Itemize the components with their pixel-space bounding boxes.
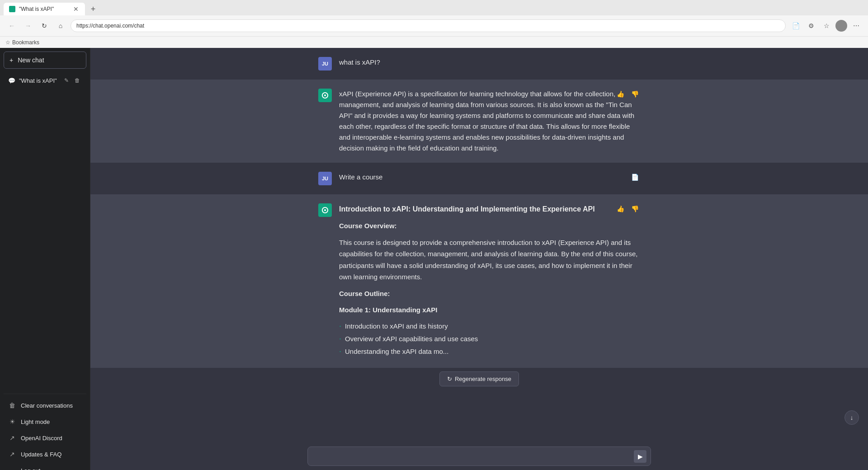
- user-initials: JU: [322, 61, 328, 66]
- logout-icon: →: [8, 467, 16, 470]
- extensions-icon[interactable]: ⚙: [805, 19, 817, 32]
- sidebar-bottom: 🗑 Clear conversations ☀ Light mode ↗ Ope…: [4, 394, 86, 470]
- module1-label: Module 1: Understanding xAPI: [339, 305, 640, 315]
- user-avatar: JU: [318, 172, 332, 185]
- bookmarks-bar: ☆ Bookmarks: [0, 36, 868, 48]
- refresh-button[interactable]: ↻: [38, 19, 51, 32]
- app-layout: + New chat 💬 "What is xAPI" ✎ 🗑 🗑 Clear …: [0, 48, 868, 470]
- assistant-message-2: Introduction to xAPI: Understanding and …: [90, 194, 868, 368]
- message-inner: JU what is xAPI?: [307, 57, 651, 70]
- browser-toolbar: ← → ↻ ⌂ https://chat.openai.com/chat 📄 ⚙…: [0, 15, 868, 36]
- user-message-content: Write a course: [339, 172, 640, 185]
- new-tab-button[interactable]: +: [87, 3, 99, 15]
- input-area: ▶ ChatGPT Jan 9 Version . Free Research …: [90, 441, 868, 470]
- delete-conversation-button[interactable]: 🗑: [73, 76, 82, 85]
- message-inner: Introduction to xAPI: Understanding and …: [307, 203, 651, 359]
- home-button[interactable]: ⌂: [54, 19, 67, 32]
- browser-tabs: "What is xAPI" ✕ +: [0, 0, 868, 15]
- svg-point-1: [324, 209, 326, 211]
- light-mode-label: Light mode: [21, 418, 50, 425]
- thumbs-down-button-2[interactable]: 👎: [629, 203, 640, 214]
- discord-label: OpenAI Discord: [21, 435, 62, 442]
- back-button[interactable]: ←: [5, 19, 18, 32]
- discord-link[interactable]: ↗ OpenAI Discord: [4, 430, 86, 446]
- course-outline-label: Course Outline:: [339, 288, 640, 299]
- clear-conversations-label: Clear conversations: [21, 402, 73, 409]
- favorites-icon[interactable]: ☆: [820, 19, 833, 32]
- assistant-message-1: xAPI (Experience API) is a specification…: [90, 80, 868, 163]
- message-actions-2: 📄: [629, 172, 640, 183]
- sidebar: + New chat 💬 "What is xAPI" ✎ 🗑 🗑 Clear …: [0, 48, 90, 470]
- send-button[interactable]: ▶: [634, 450, 646, 463]
- user-message-text: Write a course: [339, 173, 382, 181]
- course-overview-text: This course is designed to provide a com…: [339, 237, 640, 283]
- footer-text: ChatGPT Jan 9 Version . Free Research Pr…: [307, 467, 651, 470]
- chat-messages: JU what is xAPI? xAPI (Experience API) i…: [90, 48, 868, 441]
- user-initials: JU: [322, 176, 328, 181]
- conversation-actions: ✎ 🗑: [62, 76, 82, 85]
- message-actions: 👍 👎: [615, 89, 640, 99]
- tab-favicon: [9, 6, 15, 12]
- updates-label: Updates & FAQ: [21, 451, 61, 458]
- menu-button[interactable]: ⋯: [850, 19, 863, 32]
- scroll-down-icon: ↓: [850, 414, 854, 421]
- new-chat-plus-icon: +: [9, 56, 13, 64]
- edit-message-button[interactable]: 📄: [629, 172, 640, 183]
- reading-mode-icon[interactable]: 📄: [789, 19, 802, 32]
- regenerate-label: Regenerate response: [455, 376, 511, 382]
- edit-conversation-button[interactable]: ✎: [62, 76, 71, 85]
- user-message-content: what is xAPI?: [339, 57, 640, 70]
- assistant-message-text: xAPI (Experience API) is a specification…: [339, 89, 640, 154]
- message-inner: JU Write a course 📄: [307, 172, 651, 185]
- message-actions-3: 👍 👎: [615, 203, 640, 214]
- address-bar[interactable]: https://chat.openai.com/chat: [71, 19, 786, 32]
- scroll-down-button[interactable]: ↓: [844, 410, 859, 425]
- user-profile-icon[interactable]: [835, 20, 847, 32]
- user-avatar: JU: [318, 57, 332, 70]
- forward-button[interactable]: →: [22, 19, 34, 32]
- chat-input[interactable]: [307, 446, 651, 466]
- thumbs-up-button[interactable]: 👍: [615, 89, 626, 99]
- logout-label: Log out: [21, 467, 40, 470]
- bullet-text: Understanding the xAPI data mo...: [345, 346, 448, 357]
- bullet-dot: ·: [339, 321, 341, 332]
- conversation-icon: 💬: [8, 77, 15, 84]
- bullet-text: Overview of xAPI capabilities and use ca…: [345, 334, 478, 344]
- bullet-dot: ·: [339, 346, 341, 357]
- updates-icon: ↗: [8, 451, 16, 458]
- regenerate-button[interactable]: ↻ Regenerate response: [439, 371, 519, 386]
- tab-close-button[interactable]: ✕: [72, 5, 80, 13]
- toolbar-icons: 📄 ⚙ ☆ ⋯: [789, 19, 863, 32]
- thumbs-up-button-2[interactable]: 👍: [615, 203, 626, 214]
- conversation-item[interactable]: 💬 "What is xAPI" ✎ 🗑: [4, 72, 86, 89]
- assistant-avatar: [318, 203, 332, 217]
- bullet-item-3: · Understanding the xAPI data mo...: [339, 346, 640, 357]
- user-message-1: JU what is xAPI?: [90, 48, 868, 80]
- conversation-title: "What is xAPI": [19, 77, 58, 84]
- active-tab[interactable]: "What is xAPI" ✕: [4, 3, 85, 15]
- thumbs-down-button[interactable]: 👎: [629, 89, 640, 99]
- discord-icon: ↗: [8, 434, 16, 442]
- user-message-text: what is xAPI?: [339, 58, 380, 66]
- bookmarks-label: Bookmarks: [12, 39, 39, 46]
- tab-title: "What is xAPI": [19, 6, 69, 12]
- bullet-dot: ·: [339, 334, 341, 344]
- new-chat-button[interactable]: + New chat: [4, 52, 86, 69]
- updates-faq-link[interactable]: ↗ Updates & FAQ: [4, 446, 86, 462]
- clear-conversations-button[interactable]: 🗑 Clear conversations: [4, 398, 86, 413]
- user-message-2: JU Write a course 📄: [90, 163, 868, 194]
- bullet-text: Introduction to xAPI and its history: [345, 321, 448, 332]
- assistant-message-content: xAPI (Experience API) is a specification…: [339, 89, 640, 154]
- course-content: Introduction to xAPI: Understanding and …: [339, 203, 640, 359]
- chat-area: JU what is xAPI? xAPI (Experience API) i…: [90, 48, 868, 470]
- svg-point-0: [324, 94, 326, 96]
- bullet-item-1: · Introduction to xAPI and its history: [339, 321, 640, 332]
- light-mode-button[interactable]: ☀ Light mode: [4, 414, 86, 429]
- logout-button[interactable]: → Log out: [4, 463, 86, 470]
- regenerate-icon: ↻: [447, 376, 452, 382]
- course-overview-label: Course Overview:: [339, 221, 640, 231]
- input-container: ▶: [307, 446, 651, 467]
- regenerate-area: ↻ Regenerate response: [90, 368, 868, 390]
- bullet-item-2: · Overview of xAPI capabilities and use …: [339, 334, 640, 344]
- conversations-list: 💬 "What is xAPI" ✎ 🗑: [4, 72, 86, 394]
